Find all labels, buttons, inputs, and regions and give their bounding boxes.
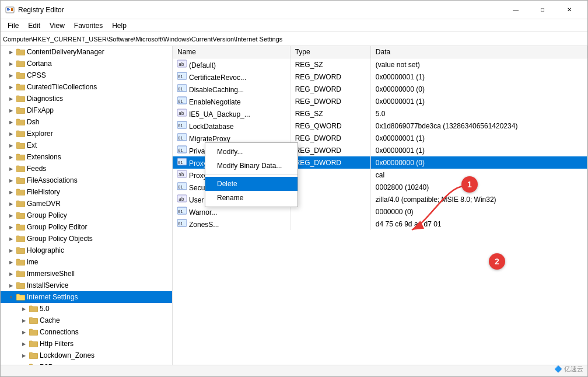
tree-item-http-filters[interactable]: Http Filters: [1, 338, 172, 350]
minimize-button[interactable]: —: [502, 1, 529, 19]
menu-help[interactable]: Help: [107, 20, 131, 31]
tree-item-connections[interactable]: Connections: [1, 326, 172, 338]
tree-arrow-group-policy-objects: [6, 234, 16, 243]
tree-label-game-dvr: GameDVR: [27, 200, 61, 208]
tree-item-internet-settings[interactable]: Internet Settings: [1, 291, 172, 303]
cell-name: 01LockDatabase: [173, 120, 290, 132]
maximize-button[interactable]: □: [529, 1, 556, 19]
tree-item-extensions[interactable]: Extensions: [1, 151, 172, 163]
tree-item-immersive-shell[interactable]: ImmersiveShell: [1, 268, 172, 280]
tree-item-group-policy-objects[interactable]: Group Policy Objects: [1, 233, 172, 245]
table-row[interactable]: ab(Default)REG_SZ(value not set): [173, 58, 587, 71]
folder-icon-group-policy: [16, 211, 25, 220]
tree-item-group-policy[interactable]: Group Policy: [1, 210, 172, 221]
svg-text:ab: ab: [178, 172, 184, 177]
cell-name: 01CertificateRevoc...: [173, 71, 290, 83]
tree-label-internet-settings: Internet Settings: [27, 293, 78, 301]
ctx-delete[interactable]: Delete: [205, 177, 298, 191]
tree-arrow-holographic: [6, 246, 16, 255]
tree-item-file-associations[interactable]: FileAssociations: [1, 174, 172, 186]
cell-type: REG_SZ: [290, 58, 370, 71]
tree-item-game-dvr[interactable]: GameDVR: [1, 198, 172, 210]
table-row[interactable]: 01Warnor...0000000 (0): [173, 205, 587, 218]
tree-arrow-cache: [19, 316, 29, 325]
cell-data: 0x00000001 (1): [370, 71, 587, 83]
table-row[interactable]: 01LockDatabaseREG_QWORD0x1d8069077bde3ca…: [173, 120, 587, 132]
window-title: Registry Editor: [18, 6, 64, 14]
folder-icon-install-service: [16, 281, 25, 290]
table-row[interactable]: 01CertificateRevoc...REG_DWORD0x00000001…: [173, 71, 587, 83]
cell-data: 0x00000000 (0): [370, 156, 587, 169]
status-bar: [1, 365, 587, 376]
cell-data: 5.0: [370, 107, 587, 120]
tree-arrow-install-service: [6, 281, 16, 290]
tree-label-group-policy-editor: Group Policy Editor: [27, 223, 87, 231]
tree-arrow-connections: [19, 327, 29, 337]
right-pane: Name Type Data ab(Default)REG_SZ(value n…: [173, 46, 587, 365]
tree-label-cache: Cache: [40, 316, 60, 324]
tree-item-ext[interactable]: Ext: [1, 139, 172, 151]
tree-arrow-lockdown-zones: [19, 351, 29, 360]
tree-arrow-cpss: [6, 71, 16, 80]
tree-item-dlfxapp[interactable]: DlFxApp: [1, 104, 172, 116]
watermark: 🔷 亿速云: [554, 365, 583, 373]
folder-icon-cpss: [16, 71, 25, 80]
table-row[interactable]: 01DisableCaching...REG_DWORD0x00000000 (…: [173, 83, 587, 95]
context-menu: Modify... Modify Binary Data... Delete R…: [205, 142, 298, 207]
tree-item-curated-tile[interactable]: CuratedTileCollections: [1, 81, 172, 93]
tree-item-cortana[interactable]: Cortana: [1, 58, 172, 69]
svg-rect-4: [11, 8, 13, 11]
tree-label-cortana: Cortana: [27, 60, 52, 68]
tree-item-holographic[interactable]: Holographic: [1, 245, 172, 256]
ctx-modify-binary[interactable]: Modify Binary Data...: [205, 159, 298, 173]
tree-item-file-history[interactable]: FileHistory: [1, 186, 172, 198]
menu-edit[interactable]: Edit: [23, 20, 45, 31]
cell-name: ab(Default): [173, 58, 290, 71]
cell-name: 01EnableNegotiate: [173, 95, 290, 107]
tree-item-install-service[interactable]: InstallService: [1, 280, 172, 291]
menu-file[interactable]: File: [3, 20, 23, 31]
registry-icon: [5, 5, 15, 15]
folder-icon-feeds: [16, 164, 25, 173]
folder-icon-diagnostics: [16, 94, 25, 103]
tree-item-lockdown-zones[interactable]: Lockdown_Zones: [1, 350, 172, 361]
table-row[interactable]: abIE5_UA_Backup_...REG_SZ5.0: [173, 107, 587, 120]
table-row[interactable]: 01ZonesS...d4 75 c6 9d aa d7 01: [173, 218, 587, 230]
svg-rect-2: [7, 9, 10, 10]
tree-item-cpss[interactable]: CPSS: [1, 69, 172, 81]
col-type: Type: [290, 46, 370, 58]
tree-label-dlfxapp: DlFxApp: [27, 106, 54, 114]
tree-item-content-delivery[interactable]: ContentDeliveryManager: [1, 46, 172, 58]
cell-data: d4 75 c6 9d aa d7 01: [370, 218, 587, 230]
table-row[interactable]: 01EnableNegotiateREG_DWORD0x00000001 (1): [173, 95, 587, 107]
col-name: Name: [173, 46, 290, 58]
ctx-rename[interactable]: Rename: [205, 191, 298, 205]
tree-pane[interactable]: ContentDeliveryManager Cortana CPSS Cura…: [1, 46, 173, 365]
cell-data: 0x00000000 (0): [370, 83, 587, 95]
title-left: Registry Editor: [5, 5, 64, 15]
svg-text:01: 01: [178, 210, 183, 214]
cell-data: zilla/4.0 (compatible; MSIE 8.0; Win32): [370, 193, 587, 205]
tree-item-feeds[interactable]: Feeds: [1, 163, 172, 174]
tree-label-holographic: Holographic: [27, 246, 64, 254]
ctx-modify[interactable]: Modify...: [205, 145, 298, 159]
svg-text:01: 01: [178, 222, 183, 226]
cell-type: REG_DWORD: [290, 83, 370, 95]
close-button[interactable]: ✕: [556, 1, 583, 19]
cell-name: 01ZonesS...: [173, 218, 290, 230]
tree-item-5-0[interactable]: 5.0: [1, 303, 172, 315]
tree-item-group-policy-editor[interactable]: Group Policy Editor: [1, 221, 172, 233]
tree-item-ime[interactable]: ime: [1, 256, 172, 268]
menu-view[interactable]: View: [45, 20, 69, 31]
tree-item-diagnostics[interactable]: Diagnostics: [1, 93, 172, 104]
cell-data: cal: [370, 169, 587, 181]
tree-label-http-filters: Http Filters: [40, 340, 74, 348]
svg-text:01: 01: [178, 124, 183, 128]
tree-item-explorer[interactable]: Explorer: [1, 128, 172, 139]
tree-label-dsh: Dsh: [27, 118, 39, 126]
tree-item-cache[interactable]: Cache: [1, 315, 172, 326]
tree-label-group-policy-objects: Group Policy Objects: [27, 235, 93, 243]
tree-item-dsh[interactable]: Dsh: [1, 116, 172, 128]
tree-label-ext: Ext: [27, 141, 37, 149]
menu-favorites[interactable]: Favorites: [69, 20, 107, 31]
